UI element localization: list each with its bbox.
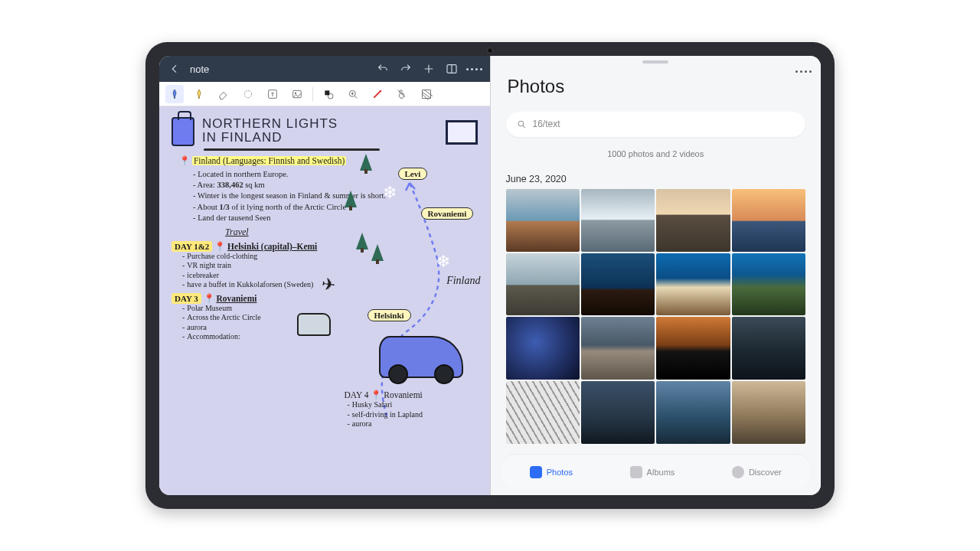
highlighter-tool-icon[interactable] — [190, 85, 208, 103]
day4-item: Husky Safari — [348, 400, 423, 410]
photo-thumbnail[interactable] — [581, 317, 655, 380]
svg-point-7 — [328, 93, 333, 99]
tree-icon — [371, 244, 384, 261]
nav-albums[interactable]: Albums — [630, 466, 675, 478]
date-label: June 23, 2020 — [506, 174, 806, 184]
train-icon — [297, 313, 331, 336]
photo-thumbnail[interactable] — [656, 317, 730, 380]
photos-scroll[interactable]: June 23, 2020 — [491, 169, 822, 454]
redo-icon[interactable] — [398, 61, 413, 77]
laser-tool-icon[interactable] — [368, 85, 387, 103]
front-camera — [487, 47, 493, 54]
note-map-area: ❄ ❄ Levi Rovaniemi Helsinki Finland ✈ DA… — [337, 160, 482, 489]
photo-thumbnail[interactable] — [732, 253, 805, 316]
photo-thumbnail[interactable] — [656, 189, 730, 252]
note-title: note — [190, 64, 209, 75]
search-value: 16/text — [533, 119, 560, 129]
toolbar-divider — [312, 87, 313, 101]
photo-thumbnail[interactable] — [732, 317, 805, 380]
photo-thumbnail[interactable] — [656, 253, 730, 316]
pin-levi: Levi — [398, 168, 428, 180]
photos-count: 1000 photos and 2 videos — [491, 145, 822, 169]
more-icon[interactable] — [467, 61, 482, 77]
albums-nav-icon — [630, 466, 642, 478]
car-icon — [379, 336, 463, 378]
pen-tool-icon[interactable] — [165, 85, 184, 103]
day3-place: Rovaniemi — [216, 294, 256, 303]
undo-icon[interactable] — [375, 61, 390, 77]
photo-thumbnail[interactable] — [506, 189, 580, 252]
back-icon[interactable] — [167, 61, 182, 77]
note-titlebar: note — [159, 56, 490, 82]
suitcase-icon — [172, 117, 194, 146]
nav-discover-label: Discover — [749, 468, 782, 477]
tree-icon — [345, 191, 357, 207]
more-icon[interactable] — [795, 62, 812, 76]
svg-point-1 — [244, 90, 251, 97]
photo-grid — [506, 189, 806, 444]
layout-icon[interactable] — [444, 61, 459, 77]
photo-thumbnail[interactable] — [732, 189, 805, 252]
text-tool-icon[interactable]: T — [263, 85, 282, 103]
day4-tag: DAY 4 — [345, 390, 369, 399]
photos-nav-icon — [530, 466, 542, 478]
photo-thumbnail[interactable] — [506, 317, 580, 380]
nav-photos-label: Photos — [547, 468, 573, 477]
nav-discover[interactable]: Discover — [732, 466, 782, 478]
photos-title: Photos — [508, 76, 805, 97]
day3-tag: DAY 3 — [172, 293, 201, 304]
snowflake-icon: ❄ — [383, 183, 397, 203]
photo-thumbnail[interactable] — [656, 381, 730, 444]
search-icon — [517, 119, 527, 129]
nav-albums-label: Albums — [647, 468, 675, 477]
split-screen: note T — [159, 56, 821, 495]
discover-nav-icon — [732, 466, 744, 478]
photo-thumbnail[interactable] — [506, 253, 580, 316]
photo-thumbnail[interactable] — [506, 381, 580, 444]
photo-thumbnail[interactable] — [581, 189, 655, 252]
note-app-pane: note T — [159, 56, 491, 495]
lasso-tool-icon[interactable] — [239, 85, 257, 103]
snowflake-icon: ❄ — [436, 252, 450, 272]
photo-thumbnail[interactable] — [581, 253, 655, 316]
pattern-tool-icon[interactable] — [417, 85, 436, 103]
note-heading-line2: IN FINLAND — [202, 131, 338, 145]
day4-place: Rovaniemi — [384, 390, 422, 399]
svg-point-9 — [380, 90, 382, 92]
day4-item: aurora — [348, 419, 423, 429]
note-canvas[interactable]: NORTHERN LIGHTS IN FINLAND 📍 Finland (La… — [159, 106, 490, 495]
photo-thumbnail[interactable] — [581, 381, 655, 444]
day12-tag: DAY 1&2 — [172, 241, 212, 252]
nav-photos[interactable]: Photos — [530, 466, 573, 478]
day4-row: DAY 4 📍 Rovaniemi Husky Safari self-driv… — [345, 390, 423, 429]
country-label: Finland — [446, 275, 480, 287]
heading-underline — [204, 148, 380, 151]
note-subheading: Finland (Languages: Finnish and Swedish) — [192, 156, 346, 165]
image-tool-icon[interactable] — [288, 85, 306, 103]
day4-item: self-driving in Lapland — [348, 410, 423, 420]
tree-icon — [360, 154, 372, 171]
note-heading-line1: NORTHERN LIGHTS — [202, 117, 338, 131]
gesture-tool-icon[interactable] — [393, 85, 411, 103]
note-toolbar: T — [159, 82, 490, 106]
svg-point-12 — [518, 121, 524, 126]
picture-frame-icon — [446, 120, 478, 145]
photo-thumbnail[interactable] — [732, 381, 805, 444]
day12-place: Helsinki (capital)–Kemi — [227, 242, 317, 251]
tablet-frame: note T — [145, 42, 835, 509]
shape-tool-icon[interactable] — [319, 85, 338, 103]
photos-header: Photos — [491, 64, 822, 103]
search-input[interactable]: 16/text — [506, 111, 806, 137]
tree-icon — [356, 233, 368, 249]
plane-icon: ✈ — [320, 274, 336, 295]
photos-app-pane: Photos 16/text 1000 photos and 2 videos … — [491, 56, 822, 495]
pin-helsinki: Helsinki — [368, 309, 411, 321]
svg-text:T: T — [271, 90, 275, 97]
add-icon[interactable] — [421, 61, 436, 77]
eraser-tool-icon[interactable] — [214, 85, 233, 103]
zoom-tool-icon[interactable] — [344, 85, 362, 103]
svg-point-5 — [295, 92, 296, 93]
pin-rovaniemi: Rovaniemi — [421, 207, 474, 220]
photos-bottom-nav: Photos Albums Discover — [501, 454, 811, 489]
